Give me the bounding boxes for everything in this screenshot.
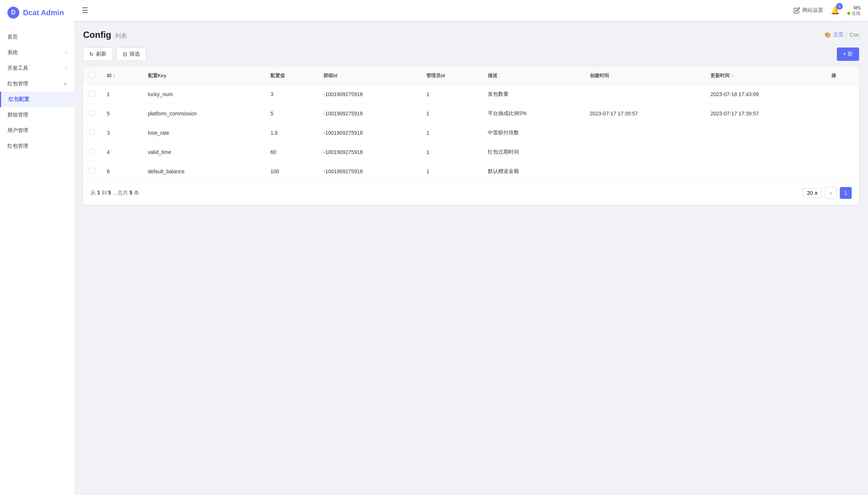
cell-updated-at: 2023-07-18 17:43:09: [704, 85, 825, 104]
cell-id: 3: [101, 123, 142, 142]
cell-created-at: [584, 123, 705, 142]
user-status: 在线: [847, 10, 861, 17]
page-subtitle: 列表: [115, 32, 127, 40]
prev-page-button[interactable]: ‹: [825, 187, 837, 199]
page-1-button[interactable]: 1: [840, 187, 852, 199]
cell-created-at: [584, 162, 705, 181]
cell-id: 6: [101, 162, 142, 181]
row-checkbox[interactable]: [89, 91, 95, 96]
row-checkbox[interactable]: [89, 129, 95, 135]
filter-button[interactable]: ⊟ 筛选: [116, 47, 146, 61]
sidebar-item-system[interactable]: 系统 ›: [0, 45, 74, 60]
sidebar: D Dcat Admin 首页 系统 › 开发工具 › 红包管理 ∨ 红包配置 …: [0, 0, 74, 495]
cell-config-value: 5: [264, 104, 318, 123]
cell-group-id: -1001909275918: [318, 85, 420, 104]
row-checkbox-cell: [83, 162, 101, 181]
notification-badge: 5: [836, 3, 843, 10]
cell-description: 发包数量: [482, 85, 583, 104]
filter-icon: ⊟: [123, 51, 127, 57]
cell-config-key: default_balance: [142, 162, 264, 181]
table-row: 6 default_balance 100 -1001909275918 1 默…: [83, 162, 859, 181]
table-row: 3 lose_rate 1.8 -1001909275918 1 中雷赔付倍数: [83, 123, 859, 142]
add-button[interactable]: + 新: [837, 47, 859, 61]
sidebar-item-group-manage[interactable]: 群组管理: [0, 107, 74, 123]
table-row: 5 platform_commission 5 -1001909275918 1…: [83, 104, 859, 123]
breadcrumb-home[interactable]: 主页: [833, 32, 844, 38]
pagination-controls: 20 ∧ ‹ 1: [803, 187, 852, 199]
cell-created-at: 2023-07-17 17:39:57: [584, 104, 705, 123]
row-checkbox[interactable]: [89, 148, 95, 154]
notification-button[interactable]: 🔔 5: [831, 6, 840, 15]
cell-config-value: 1.8: [264, 123, 318, 142]
sidebar-item-redpacket-manage2[interactable]: 红包管理: [0, 138, 74, 154]
sidebar-item-devtools[interactable]: 开发工具 ›: [0, 60, 74, 76]
page-size-selector[interactable]: 20 ∧: [803, 188, 822, 198]
hamburger-button[interactable]: ☰: [82, 6, 88, 15]
cell-config-key: platform_commission: [142, 104, 264, 123]
user-name: tes: [847, 4, 861, 10]
sort-icon-updated[interactable]: ↑: [731, 73, 733, 78]
cell-group-id: -1001909275918: [318, 123, 420, 142]
cell-actions: [825, 85, 859, 104]
cell-description: 红包过期时间: [482, 142, 583, 162]
table-body: 1 lucky_num 3 -1001909275918 1 发包数量 2023…: [83, 85, 859, 181]
refresh-button[interactable]: ↻ 刷新: [83, 47, 113, 61]
th-description: 描述: [482, 67, 583, 85]
cell-admin-id: 1: [420, 123, 482, 142]
cell-group-id: -1001909275918: [318, 142, 420, 162]
row-checkbox[interactable]: [89, 168, 95, 174]
cell-admin-id: 1: [420, 85, 482, 104]
add-label: + 新: [843, 51, 853, 58]
cell-actions: [825, 123, 859, 142]
cell-admin-id: 1: [420, 104, 482, 123]
sort-icon-id[interactable]: ↑: [113, 73, 115, 78]
refresh-icon: ↻: [89, 51, 94, 57]
table-row: 1 lucky_num 3 -1001909275918 1 发包数量 2023…: [83, 85, 859, 104]
cell-actions: [825, 162, 859, 181]
breadcrumb: 🎨 主页 / Con: [825, 32, 859, 38]
cell-description: 中雷赔付倍数: [482, 123, 583, 142]
cell-updated-at: 2023-07-17 17:39:57: [704, 104, 825, 123]
row-checkbox[interactable]: [89, 110, 95, 116]
cell-admin-id: 1: [420, 142, 482, 162]
th-checkbox: [83, 67, 101, 85]
row-checkbox-cell: [83, 123, 101, 142]
breadcrumb-icon: 🎨: [825, 32, 831, 38]
cell-updated-at: [704, 142, 825, 162]
cell-group-id: -1001909275918: [318, 162, 420, 181]
toolbar: ↻ 刷新 ⊟ 筛选 + 新: [83, 47, 859, 61]
sidebar-logo[interactable]: D Dcat Admin: [0, 0, 74, 26]
cell-created-at: [584, 85, 705, 104]
sidebar-item-redpacket-manage[interactable]: 红包管理 ∨: [0, 76, 74, 92]
th-id: ID ↑: [101, 67, 142, 85]
cell-description: 平台抽成比例5%: [482, 104, 583, 123]
table-row: 4 valid_time 60 -1001909275918 1 红包过期时间: [83, 142, 859, 162]
logo-icon: D: [7, 7, 19, 19]
cell-id: 1: [101, 85, 142, 104]
chevron-right-icon: ›: [65, 50, 67, 55]
sidebar-item-home[interactable]: 首页: [0, 29, 74, 45]
chevron-up-icon: ∧: [814, 190, 818, 196]
chevron-right-icon: ›: [65, 66, 67, 71]
cell-actions: [825, 142, 859, 162]
cell-config-key: lucky_num: [142, 85, 264, 104]
site-settings-button[interactable]: 网站设置: [793, 7, 823, 14]
sidebar-item-user-manage[interactable]: 用户管理: [0, 123, 74, 138]
pagination-bar: 从 1 到 5 ，总共 5 条 20 ∧ ‹ 1: [83, 181, 859, 205]
cell-updated-at: [704, 162, 825, 181]
user-info[interactable]: tes 在线: [847, 4, 861, 17]
th-group-id: 群组Id: [318, 67, 420, 85]
page-total: 5: [129, 190, 132, 196]
toolbar-right: + 新: [837, 47, 859, 61]
th-created-at: 创建时间: [584, 67, 705, 85]
page-header: Config 列表 🎨 主页 / Con: [83, 30, 859, 40]
online-label: 在线: [852, 10, 861, 17]
cell-id: 5: [101, 104, 142, 123]
th-config-key: 配置Key: [142, 67, 264, 85]
select-all-checkbox[interactable]: [89, 72, 95, 78]
app-name: Dcat Admin: [23, 9, 64, 17]
cell-config-value: 60: [264, 142, 318, 162]
breadcrumb-current: Con: [849, 32, 859, 38]
row-checkbox-cell: [83, 85, 101, 104]
sidebar-item-redpacket-config[interactable]: 红包配置: [0, 92, 74, 107]
